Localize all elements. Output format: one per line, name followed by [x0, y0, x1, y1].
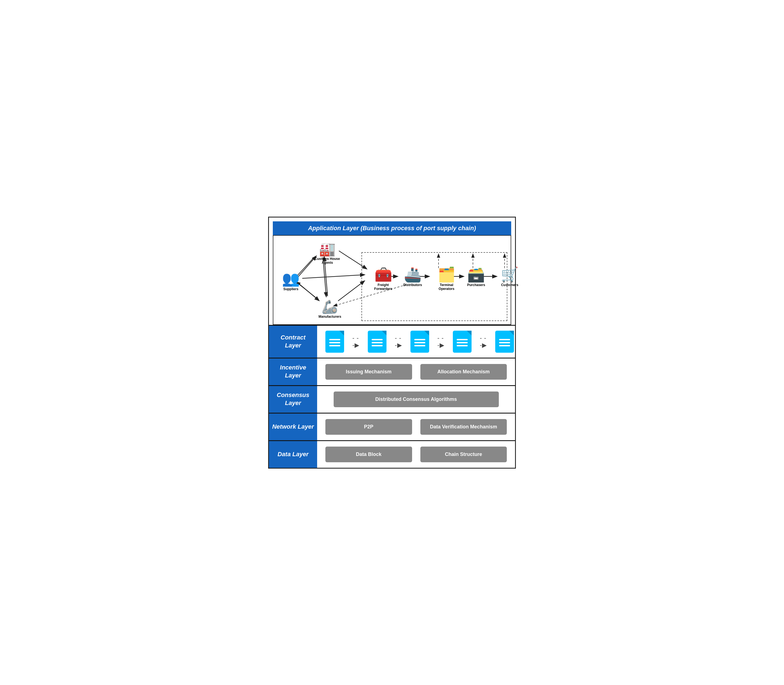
- manufacturer-label: Manufacturers: [318, 315, 341, 318]
- customs-icon: 🏭: [319, 242, 336, 257]
- manufacturer-icon: 🦾: [321, 299, 338, 315]
- customers-label: Customers: [501, 283, 518, 287]
- distributors-label: Distributors: [403, 283, 422, 287]
- distributors-actor: 🚢 Distributors: [403, 266, 422, 287]
- p2p-box: P2P: [325, 419, 412, 435]
- freight-label: Freight Forwarders: [371, 283, 396, 291]
- incentive-layer-label: Incentive Layer: [269, 359, 317, 385]
- manufacturer-actor: 🦾 Manufacturers: [318, 299, 341, 318]
- customers-actor: 🛒 Customers: [501, 266, 519, 287]
- consensus-algorithms-box: Distributed Consensus Algorithms: [334, 391, 499, 407]
- network-layer-row: Network Layer P2P Data Verification Mech…: [269, 413, 515, 440]
- allocation-mechanism-box: Allocation Mechanism: [420, 364, 507, 380]
- terminal-actor: 🗂️ Terminal Operators: [434, 266, 459, 291]
- data-layer-label: Data Layer: [269, 441, 317, 468]
- data-verification-box: Data Verification Mechanism: [420, 419, 507, 435]
- app-layer-content: 👥 Suppliers 🏭 Customs House Agents 🦾 Man…: [273, 235, 511, 325]
- consensus-layer-row: Consensus Layer Distributed Consensus Al…: [269, 385, 515, 413]
- network-layer-content: P2P Data Verification Mechanism: [317, 414, 515, 440]
- contract-doc-3: [411, 331, 429, 353]
- customs-actor: 🏭 Customs House Agents: [313, 242, 341, 265]
- supplier-actor: 👥 Suppliers: [282, 270, 300, 291]
- chain-structure-box: Chain Structure: [420, 446, 507, 462]
- purchasers-icon: 🗃️: [467, 266, 485, 283]
- contract-doc-1: [325, 331, 344, 353]
- freight-actor: 🧰 Freight Forwarders: [371, 266, 396, 291]
- network-layer-label: Network Layer: [269, 414, 317, 440]
- purchasers-actor: 🗃️ Purchasers: [467, 266, 485, 287]
- contract-arrow-3: - - -▶: [437, 334, 445, 349]
- app-layer-header: Application Layer (Business process of p…: [273, 221, 511, 235]
- terminal-label: Terminal Operators: [434, 283, 459, 291]
- data-layer-content: Data Block Chain Structure: [317, 441, 515, 468]
- issuing-mechanism-box: Issuing Mechanism: [325, 364, 412, 380]
- contract-layer-row: Contract Layer - - -▶ - - -▶: [269, 325, 515, 358]
- main-diagram: Application Layer (Business process of p…: [268, 217, 516, 469]
- contract-arrow-1: - - -▶: [352, 334, 360, 349]
- actors-area: 👥 Suppliers 🏭 Customs House Agents 🦾 Man…: [278, 240, 506, 320]
- contract-doc-2: [368, 331, 386, 353]
- supplier-label: Suppliers: [283, 287, 299, 291]
- contract-arrow-4: - - -▶: [480, 334, 487, 349]
- data-layer-row: Data Layer Data Block Chain Structure: [269, 440, 515, 468]
- customers-icon: 🛒: [501, 266, 519, 283]
- freight-icon: 🧰: [374, 266, 392, 283]
- contract-layer-content: - - -▶ - - -▶ - - -▶: [317, 326, 522, 358]
- customs-label: Customs House Agents: [313, 257, 341, 265]
- data-block-box: Data Block: [325, 446, 412, 462]
- incentive-layer-row: Incentive Layer Issuing Mechanism Alloca…: [269, 358, 515, 385]
- purchasers-label: Purchasers: [467, 283, 485, 287]
- supplier-icon: 👥: [282, 270, 300, 287]
- terminal-icon: 🗂️: [438, 266, 456, 283]
- contract-doc-4: [453, 331, 472, 353]
- contract-layer-label: Contract Layer: [269, 326, 317, 358]
- contract-doc-5: [495, 331, 514, 353]
- incentive-layer-content: Issuing Mechanism Allocation Mechanism: [317, 359, 515, 385]
- distributors-icon: 🚢: [404, 266, 422, 283]
- consensus-layer-label: Consensus Layer: [269, 386, 317, 413]
- contract-arrow-2: - - -▶: [395, 334, 402, 349]
- consensus-layer-content: Distributed Consensus Algorithms: [317, 386, 515, 413]
